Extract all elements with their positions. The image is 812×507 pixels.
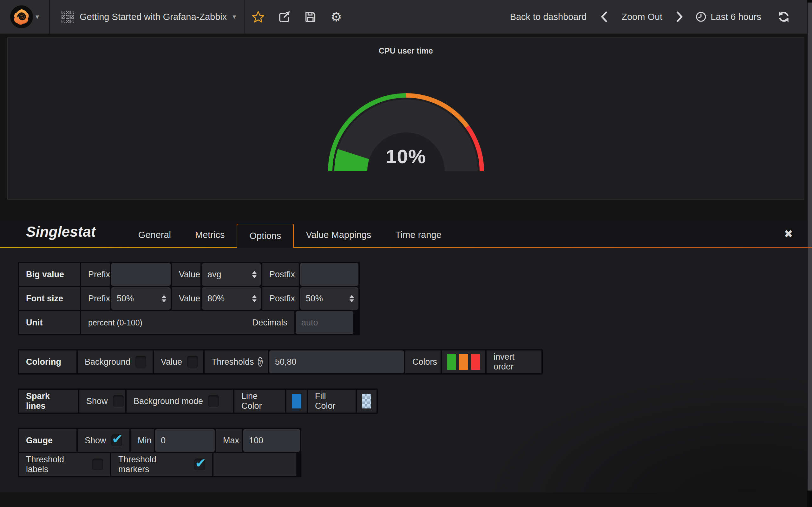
decimals-label: Decimals (240, 318, 287, 328)
time-picker-button[interactable]: Last 6 hours (692, 11, 764, 22)
close-editor-button[interactable]: ✖ (784, 228, 793, 239)
spark-lines-table: Spark lines Show ✔ Background mode ✔ Lin… (18, 389, 378, 414)
time-shift-right-button[interactable] (672, 11, 688, 22)
coloring-table: Coloring Background ✔ Value ✔ Thresholds… (18, 349, 543, 375)
spark-lines-label: Spark lines (26, 391, 71, 411)
value-options-table: Big value Prefix Value avg Postfix (18, 262, 360, 335)
tab-underline (0, 247, 812, 248)
prefix-font-size-select[interactable]: 50% (111, 287, 171, 310)
options-tab-content: Big value Prefix Value avg Postfix (0, 248, 812, 493)
font-size-label: Font size (26, 294, 63, 303)
threshold-options-row: Threshold labels ✔ Threshold markers ✔ (19, 453, 300, 476)
chevron-left-icon (600, 11, 607, 22)
scrollbar-track[interactable] (807, 0, 812, 507)
line-color-label: Line Color (235, 390, 285, 412)
time-range-label: Last 6 hours (711, 12, 761, 22)
editor-title: Singlestat (0, 223, 126, 245)
select-spinner-icon (248, 295, 257, 302)
background-mode-checkbox[interactable]: ✔ (208, 395, 219, 407)
back-to-dashboard-button[interactable]: Back to dashboard (505, 12, 592, 22)
tab-metrics[interactable]: Metrics (183, 222, 237, 248)
star-icon (252, 11, 264, 23)
coloring-label: Coloring (26, 357, 61, 367)
refresh-button[interactable] (773, 11, 794, 23)
value-label: Value (172, 263, 200, 286)
tab-general[interactable]: General (126, 222, 183, 248)
coloring-background-label: Background (85, 357, 131, 367)
coloring-background-checkbox[interactable]: ✔ (136, 356, 146, 368)
tab-time-range[interactable]: Time range (383, 222, 454, 248)
coloring-row: Coloring Background ✔ Value ✔ Thresholds… (19, 350, 542, 373)
panel-editor: Singlestat General Metrics Options Value… (0, 220, 812, 493)
dashboard-title: Getting Started with Grafana-Zabbix (80, 12, 227, 22)
sparkline-show-label: Show (86, 396, 108, 406)
threshold-color-swatch-green[interactable] (447, 354, 456, 370)
clock-icon (695, 11, 707, 22)
dashboard-grid-icon (61, 11, 74, 23)
gauge-options-table: Gauge Show ✔ Min Max Threshold labels ✔ (18, 428, 301, 477)
coloring-value-checkbox[interactable]: ✔ (187, 356, 198, 368)
thresholds-help-icon[interactable]: ? (258, 357, 263, 367)
share-icon (277, 10, 291, 23)
thresholds-label: Thresholds (212, 357, 254, 367)
top-navbar: ▾ Getting Started with Grafana-Zabbix ▾ … (0, 0, 812, 34)
background-mode-label: Background mode (134, 396, 203, 406)
font-size-row: Font size Prefix 50% Value 80% Postfix (19, 287, 358, 310)
colors-label: Colors (405, 350, 441, 373)
zoom-out-button[interactable]: Zoom Out (616, 12, 667, 22)
font-value-label: Value (172, 287, 200, 310)
scrollbar-thumb[interactable] (808, 3, 812, 491)
unit-picker-link[interactable]: percent (0-100) (88, 318, 142, 327)
font-postfix-label: Postfix (262, 287, 299, 310)
threshold-labels-checkbox[interactable]: ✔ (92, 458, 103, 470)
coloring-value-label: Value (161, 357, 182, 367)
settings-button[interactable]: ⚙ (323, 0, 349, 34)
gauge-min-input[interactable] (155, 429, 215, 452)
gauge-row: Gauge Show ✔ Min Max (19, 429, 300, 452)
big-value-prefix-input[interactable] (111, 263, 171, 286)
sparkline-show-checkbox[interactable]: ✔ (113, 395, 124, 407)
thresholds-input[interactable] (269, 350, 404, 373)
invert-order-button[interactable]: invert order (487, 350, 542, 373)
fill-color-label: Fill Color (308, 390, 356, 412)
value-stat-select[interactable]: avg (202, 263, 261, 286)
decimals-input[interactable] (296, 311, 353, 334)
logo-caret-icon: ▾ (36, 13, 39, 21)
threshold-color-swatch-red[interactable] (471, 354, 480, 370)
spark-lines-row: Spark lines Show ✔ Background mode ✔ Lin… (19, 390, 376, 412)
value-font-size-select[interactable]: 80% (202, 287, 261, 310)
gauge-show-checkbox[interactable]: ✔ (111, 435, 122, 447)
chevron-right-icon (676, 11, 683, 22)
editor-tabs: General Metrics Options Value Mappings T… (126, 220, 454, 248)
threshold-color-swatch-orange[interactable] (459, 354, 468, 370)
dashboard-picker[interactable]: Getting Started with Grafana-Zabbix ▾ (50, 11, 244, 23)
line-color-swatch[interactable] (292, 394, 301, 408)
dashboard-caret-icon: ▾ (233, 13, 236, 21)
gauge: 10% (327, 92, 485, 175)
fill-color-swatch[interactable] (362, 394, 371, 408)
save-dashboard-button[interactable] (297, 0, 323, 34)
panel-title[interactable]: CPU user time (8, 38, 804, 55)
time-shift-left-button[interactable] (596, 11, 612, 22)
tab-value-mappings[interactable]: Value Mappings (294, 222, 383, 248)
select-spinner-icon (248, 271, 257, 278)
grafana-logo-menu[interactable]: ▾ (0, 0, 50, 34)
min-label: Min (131, 429, 154, 452)
gear-icon: ⚙ (331, 10, 342, 23)
star-dashboard-button[interactable] (245, 0, 271, 34)
threshold-labels-label: Threshold labels (26, 455, 87, 474)
tab-options[interactable]: Options (237, 224, 294, 248)
gauge-label: Gauge (26, 436, 53, 446)
threshold-markers-checkbox[interactable]: ✔ (194, 458, 205, 470)
max-label: Max (216, 429, 242, 452)
postfix-font-size-select[interactable]: 50% (300, 287, 358, 310)
big-value-postfix-input[interactable] (300, 263, 358, 286)
gauge-max-input[interactable] (243, 429, 300, 452)
grafana-logo-icon (10, 5, 33, 28)
select-spinner-icon (157, 295, 166, 302)
share-dashboard-button[interactable] (271, 0, 297, 34)
navbar-right-group: Back to dashboard Zoom Out Last 6 hours (505, 11, 812, 23)
select-spinner-icon (345, 295, 354, 302)
prefix-label: Prefix (81, 263, 110, 286)
gauge-show-label: Show (85, 436, 106, 446)
